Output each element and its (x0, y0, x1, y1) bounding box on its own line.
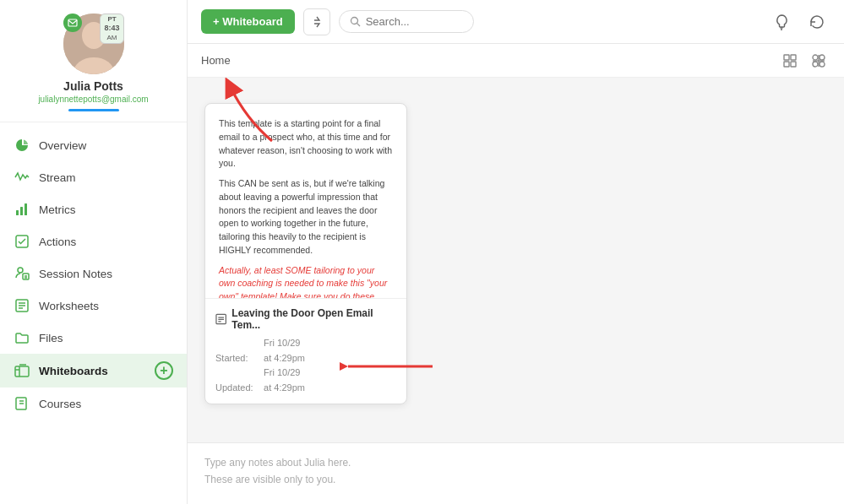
card-preview: This template is a starting point for a … (205, 104, 406, 298)
email-badge (63, 14, 82, 32)
folder-icon (14, 329, 30, 346)
svg-point-22 (351, 18, 357, 24)
sidebar-item-worksheets[interactable]: Worksheets (0, 290, 187, 322)
whiteboard-card[interactable]: This template is a starting point for a … (204, 103, 407, 404)
card-doc-icon (215, 313, 226, 325)
svg-rect-26 (784, 55, 789, 60)
sidebar-nav: Overview Stream Metrics Ac (0, 122, 187, 504)
svg-point-32 (819, 55, 825, 60)
svg-point-30 (813, 55, 818, 60)
svg-rect-17 (15, 366, 29, 377)
svg-rect-5 (16, 210, 19, 215)
bottom-notes-area: Type any notes about Julia here. These a… (188, 442, 844, 504)
avatar-wrap: PT 8:43 AM (63, 14, 124, 74)
list-icon (14, 297, 30, 314)
sidebar-item-courses[interactable]: Courses (0, 387, 187, 420)
started-label: Started: (215, 351, 261, 366)
svg-line-23 (357, 24, 360, 27)
card-para1: This template is a starting point for a … (219, 117, 393, 171)
search-icon (350, 16, 361, 27)
sidebar-item-label-stream: Stream (39, 171, 76, 184)
sidebar-item-label-session-notes: Session Notes (39, 268, 112, 280)
svg-point-9 (18, 268, 23, 273)
sidebar: PT 8:43 AM Julia Potts julialynnettepott… (0, 0, 188, 504)
sidebar-item-actions[interactable]: Actions (0, 225, 187, 257)
card-meta: Started: Fri 10/29 at 4:29pm Updated: Fr… (215, 336, 396, 395)
view-toggle (778, 49, 830, 73)
topbar-action-icons (768, 8, 830, 35)
sort-button[interactable] (303, 8, 330, 35)
updated-label: Updated: (215, 381, 261, 396)
add-whiteboard-topbar-button[interactable]: + Whiteboard (201, 9, 295, 34)
sidebar-item-label-whiteboards: Whiteboards (39, 365, 108, 377)
card-title-row: Leaving the Door Open Email Tem... (215, 307, 396, 331)
grid-view-icon[interactable] (778, 49, 802, 73)
lightbulb-icon[interactable] (768, 8, 795, 35)
sidebar-item-session-notes[interactable]: Session Notes (0, 257, 187, 290)
sidebar-item-metrics[interactable]: Metrics (0, 193, 187, 225)
started-value: Fri 10/29 at 4:29pm (264, 336, 309, 366)
svg-rect-4 (68, 19, 77, 26)
svg-rect-27 (791, 55, 796, 60)
main-content: + Whiteboard (188, 0, 844, 504)
pie-chart-icon (14, 137, 30, 154)
sidebar-item-label-worksheets: Worksheets (39, 300, 99, 312)
profile-email: julialynnettepotts@gmail.com (38, 95, 148, 104)
sidebar-item-whiteboards[interactable]: Whiteboards + (0, 354, 187, 387)
add-whiteboard-button[interactable]: + (155, 361, 173, 380)
breadcrumb: Home (201, 54, 231, 67)
sidebar-item-label-actions: Actions (39, 236, 76, 248)
refresh-icon[interactable] (803, 8, 830, 35)
sidebar-item-overview[interactable]: Overview (0, 129, 187, 161)
content-area: This template is a starting point for a … (188, 78, 844, 442)
profile-name: Julia Potts (63, 79, 123, 93)
user-notes-icon (14, 265, 30, 282)
profile-bar (68, 109, 119, 111)
svg-rect-7 (25, 203, 27, 215)
sidebar-item-label-courses: Courses (39, 398, 81, 410)
search-bar[interactable] (339, 10, 474, 33)
breadcrumb-bar: Home (188, 44, 844, 78)
card-footer: Leaving the Door Open Email Tem... Start… (205, 298, 406, 404)
note-line-1: Type any notes about Julia here. (204, 457, 827, 469)
svg-point-31 (813, 62, 818, 67)
note-line-2: These are visible only to you. (204, 474, 827, 485)
sidebar-profile: PT 8:43 AM Julia Potts julialynnettepott… (0, 0, 187, 122)
list-view-icon[interactable] (807, 49, 830, 73)
check-square-icon (14, 233, 30, 250)
svg-point-33 (819, 62, 825, 67)
sidebar-item-label-overview: Overview (39, 139, 86, 152)
bar-chart-icon (14, 201, 30, 218)
card-red-para: Actually, at least SOME tailoring to you… (219, 264, 393, 299)
search-input[interactable] (366, 15, 450, 28)
sidebar-item-stream[interactable]: Stream (0, 161, 187, 193)
topbar: + Whiteboard (188, 0, 844, 44)
sidebar-item-label-metrics: Metrics (39, 203, 76, 216)
svg-rect-28 (784, 62, 789, 67)
book-icon (14, 395, 30, 412)
layout-icon (14, 362, 30, 379)
card-title: Leaving the Door Open Email Tem... (231, 307, 396, 331)
updated-value: Fri 10/29 at 4:29pm (264, 366, 309, 395)
sidebar-item-files[interactable]: Files (0, 322, 187, 354)
pt-badge: PT 8:43 AM (100, 14, 123, 44)
svg-rect-29 (791, 62, 796, 67)
svg-rect-6 (20, 207, 23, 215)
sidebar-item-label-files: Files (39, 332, 63, 344)
activity-icon (14, 169, 30, 186)
card-para2: This CAN be sent as is, but if we're tal… (219, 177, 393, 257)
